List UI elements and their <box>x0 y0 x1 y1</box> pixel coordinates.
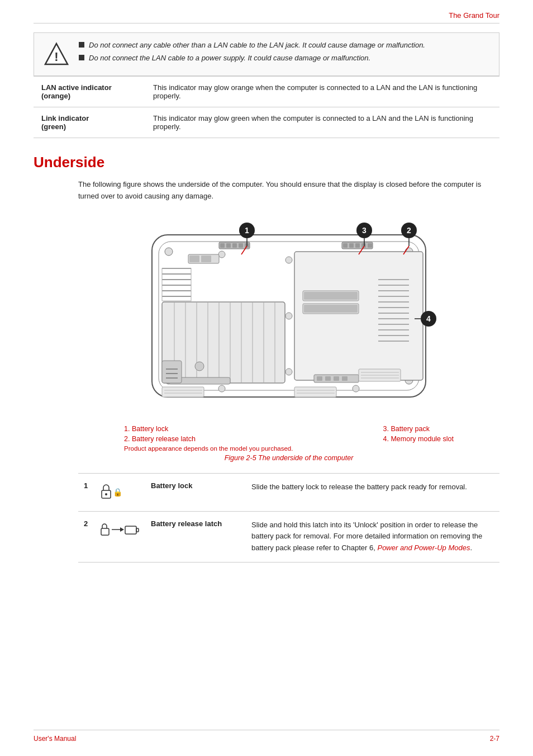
bullet-icon <box>79 42 84 48</box>
label-battery-lock: 1. Battery lock <box>124 425 196 433</box>
page-footer: User's Manual 2-7 <box>34 730 499 743</box>
footer-left: User's Manual <box>34 735 76 743</box>
svg-point-66 <box>218 385 225 392</box>
svg-text:3: 3 <box>362 226 367 235</box>
svg-rect-89 <box>201 256 211 262</box>
warning-item-1: Do not connect any cable other than a LA… <box>79 41 490 49</box>
table-row: Link indicator (green) This indicator ma… <box>34 107 499 138</box>
component-table: 1 🔒 Battery lock Slide the battery lock … <box>78 473 499 563</box>
svg-rect-37 <box>304 305 358 313</box>
svg-rect-94 <box>162 387 204 397</box>
svg-text:!: ! <box>54 50 58 64</box>
label-col-right: 3. Battery pack 4. Memory module slot <box>383 425 454 443</box>
component-name: Battery lock <box>145 473 246 511</box>
warning-item-2: Do not connect the LAN cable to a power … <box>79 54 490 62</box>
svg-point-63 <box>285 368 292 375</box>
svg-text:1: 1 <box>245 226 249 235</box>
label-battery-pack: 3. Battery pack <box>383 425 454 433</box>
section-title: Underside <box>34 154 499 171</box>
svg-marker-105 <box>120 527 124 532</box>
svg-text:4: 4 <box>426 314 431 323</box>
chapter-link[interactable]: Power and Power-Up Modes <box>377 544 470 552</box>
component-icon-cell: 🔒 <box>95 473 145 511</box>
svg-rect-13 <box>355 243 360 248</box>
svg-rect-59 <box>325 376 331 381</box>
battery-lock-icon: 🔒 <box>101 481 134 502</box>
svg-point-101 <box>105 493 107 495</box>
svg-rect-35 <box>304 292 358 300</box>
component-num: 2 <box>78 511 95 562</box>
svg-rect-88 <box>189 256 199 262</box>
svg-rect-68 <box>162 361 182 383</box>
warning-icon: ! <box>43 41 70 68</box>
label-battery-release: 2. Battery release latch <box>124 435 196 443</box>
svg-point-32 <box>195 362 204 371</box>
diagram-container: 1 3 2 4 <box>124 212 454 419</box>
svg-rect-11 <box>343 243 348 248</box>
diagram-note: Product appearance depends on the model … <box>124 445 454 452</box>
svg-text:🔒: 🔒 <box>113 488 123 497</box>
component-name: Battery release latch <box>145 511 246 562</box>
svg-rect-8 <box>239 243 243 248</box>
svg-rect-5 <box>220 243 225 248</box>
svg-text:2: 2 <box>407 226 411 235</box>
svg-rect-33 <box>294 252 423 380</box>
info-table: LAN active indicator (orange) This indic… <box>34 76 499 138</box>
svg-point-67 <box>353 385 359 392</box>
component-icon-cell <box>95 511 145 562</box>
svg-rect-15 <box>368 243 372 248</box>
component-desc: Slide the battery lock to release the ba… <box>246 473 499 511</box>
page-header-title: The Grand Tour <box>449 11 499 20</box>
intro-text: The following figure shows the underside… <box>78 179 499 202</box>
svg-rect-106 <box>125 526 136 534</box>
desc-cell: This indicator may glow orange when the … <box>145 77 499 107</box>
svg-rect-61 <box>342 376 348 381</box>
underside-diagram: 1 3 2 4 <box>124 212 454 419</box>
svg-point-64 <box>285 257 292 263</box>
component-row-2: 2 Battery release latch <box>78 511 499 562</box>
table-row: LAN active indicator (orange) This indic… <box>34 77 499 107</box>
term-cell: LAN active indicator (orange) <box>34 77 145 107</box>
svg-point-62 <box>285 313 292 319</box>
component-row-1: 1 🔒 Battery lock Slide the battery lock … <box>78 473 499 511</box>
svg-rect-60 <box>334 376 339 381</box>
diagram-caption: Figure 2-5 The underside of the computer <box>124 454 454 462</box>
svg-point-16 <box>165 248 173 256</box>
warning-text: Do not connect any cable other than a LA… <box>79 41 490 68</box>
svg-rect-97 <box>294 387 336 397</box>
component-desc: Slide and hold this latch into its 'Unlo… <box>246 511 499 562</box>
svg-rect-107 <box>136 528 139 532</box>
footer-right: 2-7 <box>490 735 499 743</box>
svg-rect-12 <box>349 243 354 248</box>
svg-rect-7 <box>232 243 237 248</box>
svg-rect-6 <box>226 243 231 248</box>
diagram-labels: 1. Battery lock 2. Battery release latch… <box>124 425 454 443</box>
battery-release-icon <box>101 519 140 540</box>
label-memory-slot: 4. Memory module slot <box>383 435 454 443</box>
label-col-left: 1. Battery lock 2. Battery release latch <box>124 425 196 443</box>
svg-point-65 <box>218 251 225 258</box>
svg-rect-58 <box>317 376 322 381</box>
svg-rect-103 <box>101 528 109 535</box>
desc-cell: This indicator may glow green when the c… <box>145 107 499 138</box>
warning-box: ! Do not connect any cable other than a … <box>34 32 499 76</box>
term-cell: Link indicator (green) <box>34 107 145 138</box>
component-num: 1 <box>78 473 95 511</box>
bullet-icon <box>79 55 84 60</box>
